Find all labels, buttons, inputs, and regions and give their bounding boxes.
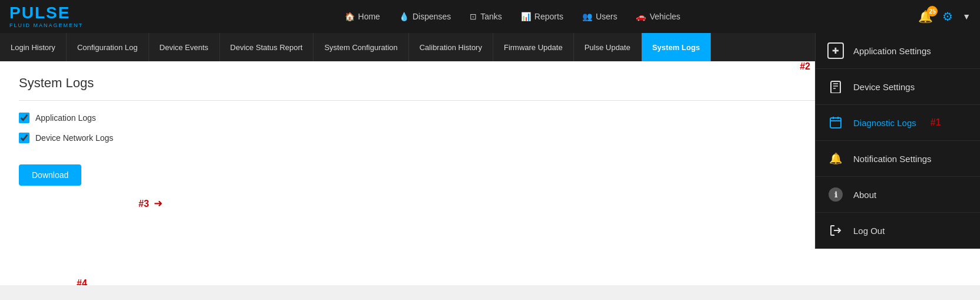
reports-icon: 📊 (521, 12, 531, 21)
application-logs-label: Application Logs (35, 113, 96, 123)
dropdown-menu: ✚ Application Settings Device Settings D… (815, 33, 980, 249)
device-settings-icon (827, 78, 844, 95)
tab-calibration-history[interactable]: Calibration History (409, 33, 493, 61)
tab-system-logs[interactable]: System Logs (642, 33, 711, 61)
nav-dispenses-label: Dispenses (413, 12, 451, 21)
device-network-logs-label: Device Network Logs (35, 133, 113, 143)
svg-rect-0 (831, 81, 840, 93)
about-icon: ℹ (827, 186, 844, 203)
dropdown-logout[interactable]: Log Out (816, 213, 980, 249)
nav-reports-label: Reports (534, 12, 563, 21)
nav-tanks[interactable]: ⊡ Tanks (470, 12, 502, 21)
nav-vehicles-label: Vehicles (649, 12, 680, 21)
logout-label: Log Out (853, 226, 885, 236)
annotation-1: #1 (930, 117, 941, 128)
application-logs-checkbox[interactable] (19, 113, 29, 123)
nav-users[interactable]: 👥 Users (582, 12, 618, 21)
nav-reports[interactable]: 📊 Reports (521, 12, 563, 21)
tab-pulse-update[interactable]: Pulse Update (574, 33, 642, 61)
diagnostic-logs-label: Diagnostic Logs (853, 118, 916, 128)
tab-configuration-log[interactable]: Configuration Log (67, 33, 149, 61)
nav-vehicles[interactable]: 🚗 Vehicles (636, 12, 680, 21)
chevron-down-icon[interactable]: ▼ (962, 12, 971, 21)
about-label: About (853, 190, 876, 200)
arrow-right-icon: ➜ (154, 197, 163, 209)
tab-device-status-report[interactable]: Device Status Report (220, 33, 314, 61)
dropdown-notification-settings[interactable]: 🔔 Notification Settings (816, 141, 980, 177)
nav-right: 🔔 25 ⚙ ▼ (918, 9, 971, 24)
nav-home[interactable]: 🏠 Home (345, 12, 380, 21)
tab-system-configuration[interactable]: System Configuration (314, 33, 408, 61)
dropdown-device-settings[interactable]: Device Settings (816, 69, 980, 105)
tanks-icon: ⊡ (470, 12, 477, 21)
home-icon: 🏠 (345, 12, 355, 21)
tab-firmware-update[interactable]: Firmware Update (493, 33, 574, 61)
tab-device-events[interactable]: Device Events (149, 33, 220, 61)
gear-button[interactable]: ⚙ (942, 9, 953, 24)
nav-home-label: Home (358, 12, 380, 21)
logout-icon (827, 222, 844, 239)
download-button[interactable]: Download (19, 164, 81, 186)
device-network-logs-checkbox[interactable] (19, 133, 29, 143)
annotation-4: #4 (77, 278, 87, 285)
dispenses-icon: 💧 (399, 12, 409, 21)
annotation-3: #3 ➜ (138, 197, 163, 210)
diagnostic-logs-icon (827, 114, 844, 131)
dropdown-diagnostic-logs[interactable]: Diagnostic Logs #1 (816, 105, 980, 141)
nav-dispenses[interactable]: 💧 Dispenses (399, 12, 451, 21)
device-settings-label: Device Settings (853, 82, 915, 92)
nav-users-label: Users (596, 12, 618, 21)
notification-settings-label: Notification Settings (853, 154, 932, 164)
logo-pulse: PULSE (9, 5, 83, 21)
dropdown-about[interactable]: ℹ About (816, 177, 980, 213)
application-settings-label: Application Settings (853, 46, 931, 56)
vehicles-icon: 🚗 (636, 12, 646, 21)
tab-login-history[interactable]: Login History (0, 33, 67, 61)
notification-badge: 25 (927, 6, 938, 17)
notification-settings-icon: 🔔 (827, 150, 844, 167)
application-settings-icon: ✚ (827, 42, 844, 59)
logo: PULSE FLUID MANAGEMENT (9, 5, 83, 28)
dropdown-application-settings[interactable]: ✚ Application Settings (816, 33, 980, 69)
nav-tanks-label: Tanks (480, 12, 502, 21)
notification-button[interactable]: 🔔 25 (918, 9, 933, 24)
users-icon: 👥 (582, 12, 592, 21)
nav-links: 🏠 Home 💧 Dispenses ⊡ Tanks 📊 Reports 👥 U… (107, 12, 918, 21)
logo-sub: FLUID MANAGEMENT (9, 22, 83, 28)
top-nav: PULSE FLUID MANAGEMENT 🏠 Home 💧 Dispense… (0, 0, 980, 33)
svg-rect-4 (830, 118, 841, 128)
